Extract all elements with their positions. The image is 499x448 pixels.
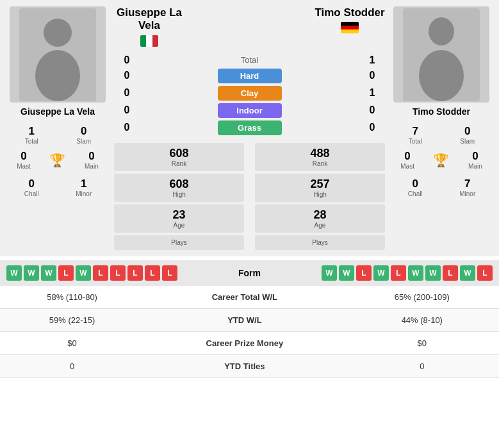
right-rank-value: 488 <box>258 147 382 160</box>
stat-right-0: 65% (200-109) <box>345 286 499 309</box>
right-chall-label: Chall <box>392 190 439 197</box>
indoor-right-score: 0 <box>359 104 385 116</box>
right-form-badge: W <box>460 265 475 281</box>
left-rank-value: 608 <box>117 147 241 160</box>
indoor-badge: Indoor <box>218 103 282 118</box>
left-slam-value: 0 <box>61 125 108 138</box>
right-minor-cell: 7 Minor <box>443 176 493 199</box>
stat-right-2: $0 <box>345 331 499 354</box>
left-form-badge: L <box>145 265 160 281</box>
svg-point-4 <box>429 17 454 46</box>
right-form-badge: W <box>322 265 337 281</box>
left-trophy-row: 0 Mast 🏆 0 Main <box>6 147 109 173</box>
right-player-block: Timo Stodder 7 Total 0 Slam 0 Mast 🏆 <box>390 6 493 250</box>
left-age-box: 23 Age <box>114 204 244 233</box>
left-form-badge: L <box>127 265 143 281</box>
player-comparison: Giuseppe La Vela 1 Total 0 Slam 0 Mast 🏆 <box>0 0 499 256</box>
form-section: WWWLWLLLLL Form WWLWLWWLWL <box>0 260 499 286</box>
left-form-badge: L <box>162 265 177 281</box>
total-label: Total <box>241 55 258 65</box>
left-form-badge: L <box>58 265 74 281</box>
grass-row: 0 Grass 0 <box>114 120 385 135</box>
left-mast-cell: 0 Mast <box>15 148 33 172</box>
right-age-value: 28 <box>258 208 382 222</box>
right-center-name: Timo Stodder <box>315 6 384 19</box>
stat-label-3: YTD Titles <box>144 354 345 377</box>
left-form-badge: W <box>6 265 22 281</box>
right-slam-label: Slam <box>445 138 491 145</box>
clay-badge: Clay <box>218 86 282 101</box>
right-chall-cell: 0 Chall <box>390 176 441 199</box>
right-minor-label: Minor <box>445 190 491 197</box>
left-player-silhouette <box>10 6 106 103</box>
left-form-badges: WWWLWLLLLL <box>6 265 224 281</box>
stat-left-3: 0 <box>0 354 144 377</box>
right-slam-value: 0 <box>445 125 491 138</box>
indoor-left-score: 0 <box>114 104 140 116</box>
left-main-value: 0 <box>85 150 99 163</box>
right-rank-stats: 488 Rank 257 High 28 Age Plays <box>255 143 385 250</box>
left-center-name: Giuseppe La Vela <box>114 6 184 33</box>
right-form-badge: W <box>425 265 441 281</box>
stat-label-0: Career Total W/L <box>144 286 345 309</box>
left-chall-label: Chall <box>8 190 55 197</box>
right-mast-cell: 0 Mast <box>398 148 416 172</box>
right-form-badge: W <box>408 265 423 281</box>
left-mast-label: Mast <box>17 163 31 170</box>
right-minor-value: 7 <box>445 178 491 190</box>
left-form-badge: L <box>110 265 126 281</box>
total-right-score: 1 <box>359 54 385 66</box>
stats-row: $0 Career Prize Money $0 <box>0 331 499 354</box>
svg-point-2 <box>35 50 80 101</box>
left-form-badge: W <box>41 265 56 281</box>
clay-right-score: 1 <box>359 87 385 99</box>
names-row: Giuseppe La Vela Timo Stodder <box>114 6 385 49</box>
stat-label-2: Career Prize Money <box>144 331 345 354</box>
left-rank-stats: 608 Rank 608 High 23 Age Plays <box>114 143 244 250</box>
career-stats-table: 58% (110-80) Career Total W/L 65% (200-1… <box>0 286 499 378</box>
hard-right-score: 0 <box>359 70 385 81</box>
left-total-label: Total <box>8 138 55 145</box>
right-high-label: High <box>258 191 382 198</box>
stat-label-1: YTD W/L <box>144 308 345 331</box>
right-player-photo <box>393 6 489 103</box>
right-age-box: 28 Age <box>255 204 385 233</box>
right-chall-value: 0 <box>392 178 439 190</box>
left-player-name: Giuseppe La Vela <box>20 106 95 117</box>
left-high-box: 608 High <box>114 174 244 202</box>
right-mast-label: Mast <box>400 163 414 170</box>
right-mast-value: 0 <box>400 150 414 163</box>
form-label: Form <box>224 268 275 278</box>
right-total-label: Total <box>392 138 439 145</box>
right-flag <box>341 22 359 33</box>
hard-badge: Hard <box>218 69 282 83</box>
left-main-cell: 0 Main <box>83 148 101 172</box>
right-form-badges: WWLWLWWLWL <box>275 265 493 281</box>
left-chall-value: 0 <box>8 178 55 190</box>
right-trophy-icon: 🏆 <box>433 153 449 168</box>
right-player-silhouette <box>393 6 489 103</box>
right-plays-box: Plays <box>255 235 385 250</box>
right-flag-container <box>341 22 359 33</box>
left-plays-label: Plays <box>117 239 241 246</box>
svg-point-5 <box>419 50 464 101</box>
right-high-value: 257 <box>258 178 382 191</box>
right-form-badge: W <box>339 265 354 281</box>
left-main-label: Main <box>85 163 99 170</box>
right-form-badge: L <box>356 265 372 281</box>
left-flag <box>140 35 158 47</box>
right-main-label: Main <box>468 163 482 170</box>
stats-row: 58% (110-80) Career Total W/L 65% (200-1… <box>0 286 499 309</box>
left-form-badge: L <box>93 265 108 281</box>
right-form-badge: W <box>373 265 389 281</box>
stats-row: 59% (22-15) YTD W/L 44% (8-10) <box>0 308 499 331</box>
left-bottom-stats: 0 Chall 1 Minor <box>6 176 109 199</box>
right-total-value: 7 <box>392 125 439 138</box>
stat-left-0: 58% (110-80) <box>0 286 144 309</box>
right-bottom-stats: 0 Chall 7 Minor <box>390 176 493 199</box>
hard-left-score: 0 <box>114 70 140 81</box>
right-player-name: Timo Stodder <box>413 106 470 117</box>
right-form-badge: L <box>477 265 493 281</box>
left-rank-label: Rank <box>117 160 241 167</box>
left-trophy-icon: 🏆 <box>49 153 65 168</box>
